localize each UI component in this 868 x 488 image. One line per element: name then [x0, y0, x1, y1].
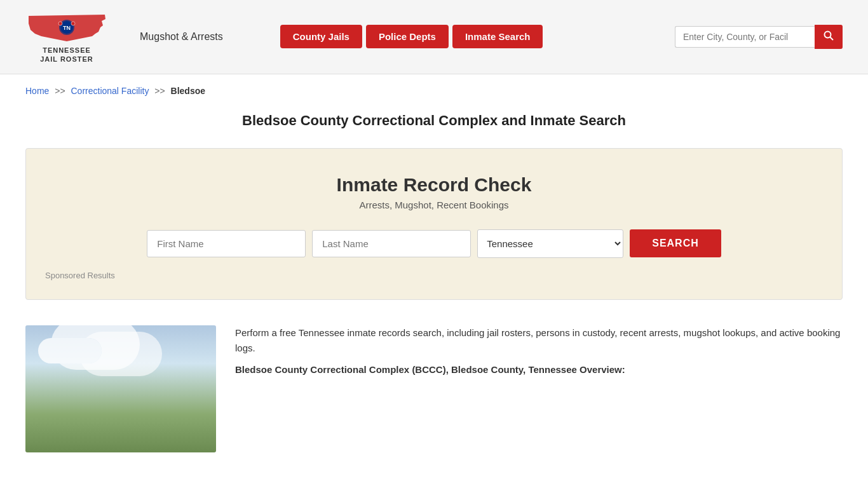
tennessee-state-icon: TN: [25, 10, 108, 44]
breadcrumb-sep2: >>: [154, 86, 165, 96]
record-check-box: Inmate Record Check Arrests, Mugshot, Re…: [25, 148, 843, 300]
inmate-search-button[interactable]: Inmate Search: [452, 25, 543, 48]
sponsored-results-label: Sponsored Results: [45, 271, 823, 280]
breadcrumb-home[interactable]: Home: [25, 86, 49, 96]
site-logo[interactable]: TN TENNESSEE JAIL ROSTER: [25, 10, 108, 64]
police-depts-button[interactable]: Police Depts: [366, 25, 449, 48]
breadcrumb: Home >> Correctional Facility >> Bledsoe: [0, 74, 868, 101]
last-name-input[interactable]: [312, 230, 471, 257]
header-search-input[interactable]: [675, 26, 815, 48]
content-section: Perform a free Tennessee inmate records …: [0, 313, 868, 465]
first-name-input[interactable]: [147, 230, 306, 257]
header-search-button[interactable]: [815, 25, 843, 49]
county-jails-button[interactable]: County Jails: [280, 25, 362, 48]
content-highlight: Bledsoe County Correctional Complex (BCC…: [235, 362, 843, 377]
mugshot-arrests-link[interactable]: Mugshot & Arrests: [140, 31, 223, 43]
record-check-subtitle: Arrests, Mugshot, Recent Bookings: [45, 200, 823, 210]
logo-text: TENNESSEE JAIL ROSTER: [40, 46, 93, 64]
inmate-search-button[interactable]: SEARCH: [630, 229, 721, 257]
site-header: TN TENNESSEE JAIL ROSTER Mugshot & Arres…: [0, 0, 868, 74]
breadcrumb-current: Bledsoe: [171, 86, 205, 96]
svg-point-4: [71, 22, 75, 25]
search-icon: [824, 30, 834, 41]
breadcrumb-correctional[interactable]: Correctional Facility: [71, 86, 149, 96]
facility-image: [25, 325, 216, 452]
svg-point-5: [825, 31, 831, 37]
content-description: Perform a free Tennessee inmate records …: [235, 325, 843, 356]
inmate-search-form: Tennessee Alabama Alaska Arizona Arkansa…: [45, 229, 823, 258]
nav-buttons: County Jails Police Depts Inmate Search: [280, 25, 543, 48]
breadcrumb-sep1: >>: [55, 86, 65, 96]
record-check-title: Inmate Record Check: [45, 174, 823, 196]
page-title: Bledsoe County Correctional Complex and …: [0, 101, 868, 135]
header-search-area: [675, 25, 843, 49]
svg-text:TN: TN: [63, 25, 71, 31]
svg-point-3: [58, 22, 62, 25]
content-text: Perform a free Tennessee inmate records …: [235, 325, 843, 384]
state-select[interactable]: Tennessee Alabama Alaska Arizona Arkansa…: [477, 229, 623, 258]
svg-line-6: [831, 37, 834, 40]
